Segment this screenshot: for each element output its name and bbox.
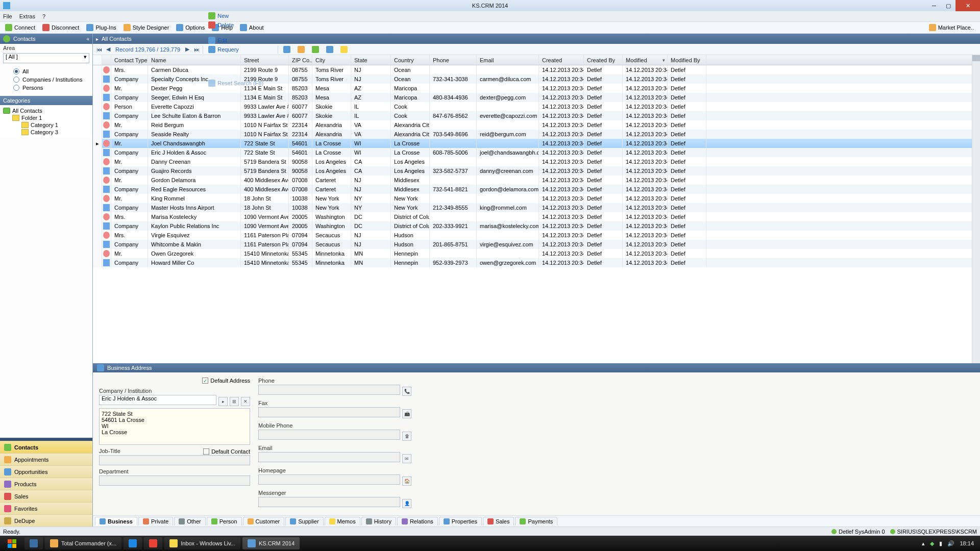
messenger-icon[interactable]: 👤 [402, 499, 411, 508]
tab-properties[interactable]: Properties [439, 517, 482, 525]
window-minimize-button[interactable]: ─ [927, 0, 941, 11]
tab-private[interactable]: Private [138, 517, 173, 525]
table-row[interactable]: Mr.Owen Grzegorek15410 Minnetonka I...55… [93, 249, 972, 258]
task-app[interactable] [144, 537, 162, 549]
nav-prev-icon[interactable]: ◀ [104, 45, 112, 54]
table-row[interactable]: CompanyRed Eagle Resources400 Middlesex … [93, 185, 972, 194]
delete-button[interactable]: Delete [205, 20, 276, 30]
department-input[interactable] [99, 475, 250, 486]
col-zip[interactable]: ZIP Co... [289, 55, 312, 65]
table-row[interactable]: CompanySeeger, Edwin H Esq1134 E Main St… [93, 93, 972, 102]
table-row[interactable]: ▸Mr.Joel Chandsawangbh722 State St54601L… [93, 139, 972, 148]
edit-button[interactable]: Edit [205, 36, 276, 45]
fax-icon[interactable]: 📠 [402, 409, 411, 418]
tree-category-1[interactable]: Category 1 [3, 121, 89, 129]
connect-button[interactable]: Connect [2, 23, 38, 32]
col-state[interactable]: State [351, 55, 391, 65]
homepage-input[interactable] [258, 474, 400, 485]
export-print-button[interactable] [280, 45, 293, 54]
tab-customer[interactable]: Customer [243, 517, 285, 525]
nav-dedupe[interactable]: DeDupe [0, 514, 92, 527]
col-phone[interactable]: Phone [430, 55, 477, 65]
export-card-button[interactable] [337, 45, 351, 54]
tray-network-icon[interactable]: ▮ [939, 540, 942, 547]
tab-sales[interactable]: Sales [483, 517, 514, 525]
collapse-icon[interactable]: « [86, 36, 89, 42]
col-email[interactable]: Email [477, 55, 539, 65]
messenger-input[interactable] [258, 497, 400, 507]
default-contact-checkbox[interactable] [203, 448, 209, 455]
style-designer-button[interactable]: Style Designer [120, 23, 173, 32]
table-row[interactable]: Mrs.Virgie Esquivez1161 Paterson Plan...… [93, 231, 972, 240]
company-go-button[interactable]: ▸ [218, 397, 228, 406]
table-row[interactable]: Mrs.Carmen Diluca2199 Route 908755Toms R… [93, 65, 972, 74]
company-pick-button[interactable]: ⊞ [230, 397, 239, 406]
tab-other[interactable]: Other [174, 517, 206, 525]
tab-supplier[interactable]: Supplier [285, 517, 323, 525]
tray-shield-icon[interactable]: ◆ [930, 540, 934, 547]
radio-all[interactable]: All [13, 67, 87, 76]
nav-sales[interactable]: Sales [0, 490, 92, 502]
menu-extras[interactable]: Extras [19, 13, 35, 19]
address-textarea[interactable]: 722 State St 54601 La Crosse WI La Cross… [99, 408, 250, 445]
vertical-scrollbar[interactable] [972, 55, 980, 363]
col-street[interactable]: Street [241, 55, 289, 65]
table-row[interactable]: Mrs.Marisa Kostelecky1090 Vermont Ave ..… [93, 212, 972, 221]
tab-relations[interactable]: Relations [397, 517, 438, 525]
nav-last-icon[interactable]: ⏭ [192, 45, 201, 54]
nav-first-icon[interactable]: ⏮ [95, 45, 103, 54]
export-word-button[interactable] [323, 45, 336, 54]
nav-favorites[interactable]: Favorites [0, 502, 92, 514]
options-button[interactable]: Options [173, 23, 208, 32]
table-row[interactable]: CompanyHoward Miller Co15410 Minnetonka … [93, 258, 972, 267]
col-modified[interactable]: Modified [623, 55, 668, 65]
start-button[interactable] [2, 536, 21, 551]
area-select[interactable]: [ All ] ▾ [3, 53, 89, 63]
email-send-icon[interactable]: ✉ [402, 454, 411, 463]
table-row[interactable]: CompanyMaster Hosts Inns Airport18 John … [93, 203, 972, 212]
table-row[interactable]: Mr.King Rommel18 John St10038New YorkNYN… [93, 194, 972, 203]
plug-ins-button[interactable]: Plug-Ins [83, 23, 119, 32]
disconnect-button[interactable]: Disconnect [39, 23, 82, 32]
task-ks-crm-[interactable]: KS.CRM 2014 [242, 537, 300, 549]
tray-clock[interactable]: 18:14 [960, 540, 974, 546]
task-total-commander-x-[interactable]: Total Commander (x... [45, 537, 121, 549]
table-row[interactable]: CompanyLee Schulte Eaton & Barron9933 La… [93, 111, 972, 120]
col-name[interactable]: Name [148, 55, 241, 65]
tab-business[interactable]: Business [95, 517, 137, 525]
contacts-grid[interactable]: Contact TypeNameStreetZIP Co...CityState… [93, 55, 972, 363]
reset-button[interactable]: Reset Search (F8) [205, 79, 276, 88]
mobile-delete-icon[interactable]: 🗑 [402, 432, 411, 441]
phone-dial-icon[interactable]: 📞 [402, 387, 411, 396]
export-mail-button[interactable] [295, 45, 308, 54]
jobtitle-input[interactable] [99, 455, 250, 465]
phone-input[interactable] [258, 385, 400, 395]
tray-up-icon[interactable]: ▴ [922, 540, 925, 547]
col-ctype[interactable]: Contact Type [111, 55, 148, 65]
homepage-open-icon[interactable]: 🏠 [402, 477, 411, 486]
tab-history[interactable]: History [361, 517, 396, 525]
table-row[interactable]: CompanyGuajiro Records5719 Bandera St900… [93, 166, 972, 176]
tab-memos[interactable]: Memos [325, 517, 360, 525]
table-row[interactable]: Mr.Danny Creenan5719 Bandera St90058Los … [93, 157, 972, 166]
radio-persons[interactable]: Persons [13, 84, 87, 92]
tree-all-contacts[interactable]: All Contacts [3, 107, 89, 114]
task-app[interactable] [24, 537, 43, 549]
table-row[interactable]: PersonEverette Capozzi9933 Lawler Ave #-… [93, 102, 972, 111]
menu-?[interactable]: ? [42, 13, 45, 19]
export-excel-button[interactable] [309, 45, 322, 54]
col-created[interactable]: Created [539, 55, 584, 65]
table-row[interactable]: Mr.Reid Bergum1010 N Fairfax St22314Alex… [93, 120, 972, 130]
nav-appointments[interactable]: Appointments [0, 453, 92, 465]
company-clear-button[interactable]: ✕ [241, 397, 250, 406]
nav-products[interactable]: Products [0, 478, 92, 490]
table-row[interactable]: CompanySeaside Realty1010 N Fairfax St22… [93, 130, 972, 139]
marketplace-button[interactable]: Market Place.. [925, 24, 978, 31]
requery-button[interactable]: Requery [205, 45, 276, 54]
default-address-checkbox[interactable] [202, 378, 208, 384]
menu-file[interactable]: File [3, 13, 12, 19]
company-input[interactable]: Eric J Holden & Assoc [99, 395, 216, 405]
window-close-button[interactable]: ✕ [955, 0, 980, 11]
nav-contacts[interactable]: Contacts [0, 441, 92, 453]
col-createdby[interactable]: Created By [584, 55, 623, 65]
